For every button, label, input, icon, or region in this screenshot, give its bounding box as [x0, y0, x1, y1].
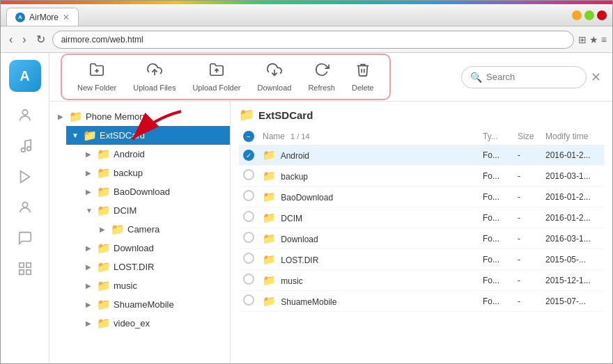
- tree-item-music[interactable]: ▶ 📁 music: [80, 276, 230, 295]
- tree-item-dcim[interactable]: ▼ 📁 DCIM: [80, 201, 230, 220]
- tree-item-backup[interactable]: ▶ 📁 backup: [80, 164, 230, 182]
- tree-item-extsdcard[interactable]: ▼ 📁 ExtSDCard: [66, 126, 230, 145]
- row-checkbox[interactable]: [243, 169, 254, 180]
- row-checkbox[interactable]: ✓: [243, 150, 254, 161]
- app-area: A: [1, 53, 612, 363]
- cell-type: Fo...: [479, 228, 513, 249]
- row-checkbox[interactable]: [243, 190, 254, 201]
- tree-item-camera[interactable]: ▶ 📁 Camera: [94, 220, 230, 239]
- refresh-button[interactable]: Refresh: [301, 59, 342, 95]
- row-checkbox[interactable]: [243, 232, 254, 243]
- nav-icons: ⊞ ★ ≡: [578, 34, 607, 45]
- svg-rect-6: [26, 263, 30, 267]
- col-header-type: Ty...: [479, 128, 513, 145]
- cell-modify: 2015-07-...: [541, 291, 604, 312]
- url-bar[interactable]: airmore.com/web.html: [52, 31, 574, 49]
- close-button[interactable]: [597, 10, 607, 20]
- cell-name: 📁 backup: [258, 166, 479, 187]
- tree-item-shuamemobile[interactable]: ▶ 📁 ShuameMobile: [80, 295, 230, 314]
- cell-name: 📁 LOST.DIR: [258, 249, 479, 270]
- upload-folder-icon: [209, 62, 224, 81]
- tab-close-button[interactable]: ✕: [63, 13, 70, 22]
- sidebar-icon-music[interactable]: [11, 132, 39, 160]
- file-folder-icon: 📁: [263, 170, 276, 182]
- translate-icon[interactable]: ⊞: [578, 34, 587, 45]
- reload-button[interactable]: ↻: [33, 31, 48, 47]
- file-folder-icon: 📁: [263, 232, 276, 244]
- delete-label: Delete: [352, 84, 374, 92]
- tree-item-lost-dir[interactable]: ▶ 📁 LOST.DIR: [80, 258, 230, 276]
- sidebar-icon-play[interactable]: [11, 163, 39, 191]
- download-button[interactable]: Download: [250, 59, 298, 95]
- sidebar-icon-user[interactable]: [11, 193, 39, 221]
- cell-type: Fo...: [479, 291, 513, 312]
- upload-files-label: Upload Files: [133, 84, 176, 92]
- cell-size: -: [513, 145, 541, 166]
- delete-button[interactable]: Delete: [345, 59, 381, 95]
- cell-size: -: [513, 249, 541, 270]
- tree-item-baodownload[interactable]: ▶ 📁 BaoDownload: [80, 182, 230, 201]
- bookmark-icon[interactable]: ★: [589, 34, 598, 45]
- menu-icon[interactable]: ≡: [601, 34, 607, 45]
- delete-icon: [355, 62, 371, 81]
- sidebar-icon-grid[interactable]: [11, 255, 39, 283]
- cell-check[interactable]: ✓: [239, 145, 258, 166]
- upload-folder-label: Upload Folder: [192, 84, 240, 92]
- table-row[interactable]: 📁 music Fo... - 2015-12-1...: [239, 270, 604, 291]
- file-name-text: LOST.DIR: [281, 255, 318, 265]
- table-row[interactable]: 📁 DCIM Fo... - 2016-01-2...: [239, 207, 604, 228]
- select-all-checkbox[interactable]: −: [243, 131, 254, 142]
- new-folder-button[interactable]: New Folder: [70, 59, 123, 95]
- toolbar-buttons-group: New Folder Upload Files Upload Folder: [61, 54, 391, 100]
- active-tab[interactable]: A AirMore ✕: [6, 8, 79, 26]
- col-header-name[interactable]: Name 1 / 14: [258, 128, 479, 145]
- sidebar-icon-chat[interactable]: [11, 224, 39, 252]
- cell-check[interactable]: [239, 249, 258, 270]
- search-input[interactable]: [486, 72, 577, 82]
- search-box[interactable]: 🔍: [461, 66, 587, 88]
- upload-files-icon: [147, 62, 162, 81]
- cell-check[interactable]: [239, 270, 258, 291]
- upload-folder-button[interactable]: Upload Folder: [185, 59, 247, 95]
- tree-item-download[interactable]: ▶ 📁 Download: [80, 239, 230, 258]
- cell-check[interactable]: [239, 166, 258, 187]
- back-button[interactable]: ‹: [6, 32, 15, 47]
- tab-label: AirMore: [29, 13, 59, 22]
- cell-check[interactable]: [239, 207, 258, 228]
- table-row[interactable]: 📁 ShuameMobile Fo... - 2015-07-...: [239, 291, 604, 312]
- new-folder-icon: [89, 62, 104, 81]
- cell-type: Fo...: [479, 145, 513, 166]
- table-row[interactable]: ✓ 📁 Android Fo... - 2016-01-2...: [239, 145, 604, 166]
- cell-check[interactable]: [239, 187, 258, 207]
- toolbar: New Folder Upload Files Upload Folder: [49, 53, 612, 102]
- tree-item-android[interactable]: ▶ 📁 Android: [80, 145, 230, 164]
- sidebar-icon-people[interactable]: [11, 102, 39, 129]
- cell-name: 📁 Download: [258, 228, 479, 249]
- cell-modify: 2015-12-1...: [541, 270, 604, 291]
- forward-button[interactable]: ›: [20, 32, 29, 47]
- search-close-button[interactable]: ✕: [591, 70, 601, 85]
- tree-item-phone-memory[interactable]: ▶ 📁 Phone Memory: [52, 107, 230, 126]
- expand-arrow: ▶: [58, 113, 66, 120]
- row-checkbox[interactable]: [243, 253, 254, 264]
- minimize-button[interactable]: [572, 10, 582, 20]
- table-row[interactable]: 📁 BaoDownload Fo... - 2016-01-2...: [239, 187, 604, 207]
- file-name-text: Download: [281, 235, 318, 244]
- toolbar-search: 🔍 ✕: [461, 66, 601, 88]
- row-checkbox[interactable]: [243, 294, 254, 306]
- upload-files-button[interactable]: Upload Files: [126, 59, 183, 95]
- row-checkbox[interactable]: [243, 211, 254, 222]
- table-row[interactable]: 📁 backup Fo... - 2016-03-1...: [239, 166, 604, 187]
- svg-rect-7: [19, 270, 23, 274]
- tree-item-video-ex[interactable]: ▶ 📁 video_ex: [80, 314, 230, 333]
- tree-panel: ▶ 📁 Phone Memory ▼ 📁 ExtSDCard: [49, 102, 231, 363]
- table-row[interactable]: 📁 Download Fo... - 2016-03-1...: [239, 228, 604, 249]
- row-checkbox[interactable]: [243, 274, 254, 285]
- cell-check[interactable]: [239, 228, 258, 249]
- cell-check[interactable]: [239, 291, 258, 312]
- table-row[interactable]: 📁 LOST.DIR Fo... - 2015-05-...: [239, 249, 604, 270]
- cell-type: Fo...: [479, 270, 513, 291]
- maximize-button[interactable]: [584, 10, 594, 20]
- file-list-folder-name: ExtSDCard: [258, 109, 313, 121]
- col-count-label: 1 / 14: [290, 132, 310, 141]
